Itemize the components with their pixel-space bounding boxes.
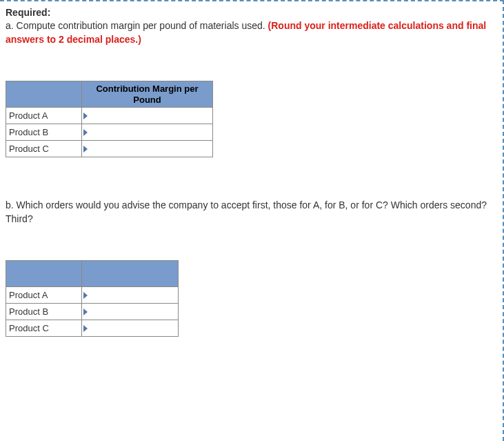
chevron-right-icon [83, 325, 88, 332]
question-container: Required: a. Compute contribution margin… [0, 0, 504, 441]
input-cell-b-product-c[interactable] [82, 320, 179, 337]
row-label-b-product-c: Product C [6, 320, 82, 337]
product-c-input[interactable] [92, 141, 214, 156]
ranking-table: Product A Product B Product C [6, 260, 179, 337]
part-b-prefix: b. [6, 199, 17, 210]
table-row: Product C [6, 320, 179, 337]
table-b-wrapper: Product A Product B Product C [6, 260, 497, 337]
row-label-product-b: Product B [6, 124, 82, 141]
part-a-text: a. Compute contribution margin per pound… [6, 19, 497, 46]
input-cell-product-a[interactable] [82, 108, 213, 124]
row-label-b-product-a: Product A [6, 287, 82, 304]
input-cell-product-c[interactable] [82, 141, 213, 157]
input-cell-b-product-b[interactable] [82, 304, 179, 320]
product-b-input[interactable] [92, 125, 214, 139]
table-row: Product B [6, 304, 179, 320]
table-header-row: Contribution Margin per Pound [6, 81, 213, 108]
contribution-margin-table: Contribution Margin per Pound Product A … [6, 81, 213, 157]
row-label-product-a: Product A [6, 108, 82, 124]
table-row: Product C [6, 141, 213, 157]
chevron-right-icon [83, 308, 88, 315]
input-cell-b-product-a[interactable] [82, 287, 179, 304]
table-a-wrapper: Contribution Margin per Pound Product A … [6, 81, 497, 157]
required-heading: Required: [6, 7, 497, 18]
product-a-input[interactable] [92, 108, 214, 123]
rank-product-a-input[interactable] [92, 288, 179, 302]
table-row: Product B [6, 124, 213, 141]
part-b-body: Which orders would you advise the compan… [6, 199, 487, 224]
chevron-right-icon [83, 146, 88, 153]
row-label-b-product-b: Product B [6, 304, 82, 320]
part-b-text: b. Which orders would you advise the com… [6, 199, 497, 226]
chevron-right-icon [83, 292, 88, 299]
table-header-row [6, 261, 179, 287]
rank-product-c-input[interactable] [92, 321, 179, 335]
chevron-right-icon [83, 112, 88, 119]
table-b-header-col [82, 261, 179, 287]
chevron-right-icon [83, 129, 88, 136]
input-cell-product-b[interactable] [82, 124, 213, 141]
table-header-blank [6, 81, 82, 108]
table-header-col: Contribution Margin per Pound [82, 81, 213, 108]
part-a-prefix: a. [6, 20, 17, 31]
table-b-header-blank [6, 261, 82, 287]
rank-product-b-input[interactable] [92, 304, 179, 319]
part-a-body: Compute contribution margin per pound of… [17, 20, 268, 31]
table-row: Product A [6, 108, 213, 124]
table-row: Product A [6, 287, 179, 304]
row-label-product-c: Product C [6, 141, 82, 157]
